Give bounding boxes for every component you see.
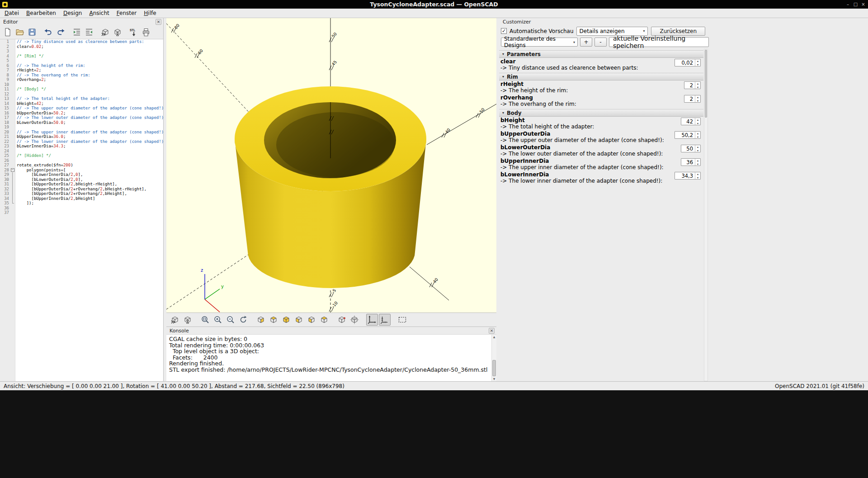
spinner-up-icon[interactable]: ▴ bbox=[695, 59, 700, 63]
view-front-button[interactable] bbox=[306, 314, 317, 326]
spinner-up-icon[interactable]: ▴ bbox=[695, 145, 700, 149]
add-preset-button[interactable]: + bbox=[580, 38, 592, 47]
view-bottom-button[interactable] bbox=[280, 314, 292, 326]
scroll-down-icon[interactable]: ▼ bbox=[492, 377, 496, 381]
preview-button[interactable] bbox=[169, 314, 181, 326]
group-header-body[interactable]: ▾Body bbox=[499, 109, 703, 117]
menu-bearbeiten[interactable]: Bearbeiten bbox=[23, 9, 60, 17]
export-stl-button[interactable]: STL bbox=[128, 26, 140, 38]
customizer-scroll-thumb[interactable] bbox=[705, 50, 707, 118]
spinner-arrows[interactable]: ▴▾ bbox=[695, 59, 700, 66]
bLowerInnerDia-input[interactable]: 34,3▴▾ bbox=[675, 172, 701, 180]
zoom-all-button[interactable] bbox=[199, 314, 211, 326]
details-dropdown[interactable]: Details anzeigen ▾ bbox=[576, 27, 648, 36]
view-left-button[interactable] bbox=[293, 314, 305, 326]
view-diagonal-button[interactable] bbox=[336, 314, 348, 326]
preview-icon bbox=[170, 315, 179, 324]
console-output[interactable]: CGAL cache size in bytes: 0Total renderi… bbox=[166, 334, 496, 381]
show-scale-markers-button[interactable] bbox=[379, 314, 391, 326]
open-button[interactable] bbox=[14, 26, 26, 38]
spinner-up-icon[interactable]: ▴ bbox=[695, 172, 700, 176]
spinner-down-icon[interactable]: ▾ bbox=[695, 162, 700, 166]
menu-design[interactable]: Design bbox=[60, 9, 85, 17]
spinner-up-icon[interactable]: ▴ bbox=[695, 159, 700, 162]
render-button[interactable] bbox=[112, 26, 123, 38]
menu-ansicht[interactable]: Ansicht bbox=[85, 9, 113, 17]
spinner-up-icon[interactable]: ▴ bbox=[695, 82, 700, 85]
spinner-down-icon[interactable]: ▾ bbox=[695, 122, 700, 125]
bUpperInnerDia-input[interactable]: 36▴▾ bbox=[681, 158, 701, 166]
new-button[interactable] bbox=[2, 26, 14, 38]
gizmo-x-label: x bbox=[221, 312, 224, 312]
code-editor[interactable]: 1234567891011121314151617181920212223242… bbox=[0, 39, 163, 381]
group-header-parameters[interactable]: ▾Parameters bbox=[499, 50, 703, 58]
export-stl-icon: STL bbox=[129, 28, 138, 37]
auto-preview-checkbox[interactable]: ✓ bbox=[501, 28, 507, 34]
bLowerOuterDia-input[interactable]: 50▴▾ bbox=[681, 145, 701, 152]
spinner-down-icon[interactable]: ▾ bbox=[695, 63, 700, 66]
menu-hilfe[interactable]: Hilfe bbox=[140, 9, 160, 17]
code-line: // -> The total height of the adapter: bbox=[17, 96, 163, 101]
render-button[interactable] bbox=[182, 314, 193, 326]
preview-button[interactable] bbox=[99, 26, 111, 38]
spinner-down-icon[interactable]: ▾ bbox=[695, 99, 700, 103]
rOverhang-input[interactable]: 2▴▾ bbox=[684, 95, 701, 103]
indent-button[interactable] bbox=[71, 26, 83, 38]
save-button[interactable] bbox=[26, 26, 38, 38]
customizer-scrollbar[interactable] bbox=[704, 49, 708, 381]
3d-viewport[interactable]: 80605045404050-5-10 x y z bbox=[166, 18, 496, 312]
unindent-button[interactable] bbox=[83, 26, 95, 38]
scroll-up-icon[interactable]: ▲ bbox=[492, 335, 496, 339]
spinner-arrows[interactable]: ▴▾ bbox=[695, 95, 700, 102]
reset-button[interactable]: Zurücksetzen bbox=[651, 27, 705, 36]
spinner-down-icon[interactable]: ▾ bbox=[695, 176, 700, 180]
print-button[interactable] bbox=[140, 26, 152, 38]
clear-input[interactable]: 0,02▴▾ bbox=[675, 59, 701, 66]
zoom-in-button[interactable] bbox=[212, 314, 224, 326]
gutter-row: 35 bbox=[0, 201, 15, 206]
view-center-button[interactable] bbox=[349, 314, 360, 326]
minimize-button[interactable]: – bbox=[844, 0, 852, 9]
spinner-arrows[interactable]: ▴▾ bbox=[695, 159, 700, 166]
close-button[interactable]: × bbox=[859, 0, 867, 9]
spinner-arrows[interactable]: ▴▾ bbox=[695, 145, 700, 152]
remove-preset-button[interactable]: - bbox=[594, 38, 607, 47]
maximize-button[interactable]: □ bbox=[852, 0, 859, 9]
console-scrollbar[interactable]: ▲ ▼ bbox=[491, 335, 496, 381]
spinner-up-icon[interactable]: ▴ bbox=[695, 132, 700, 135]
spinner-arrows[interactable]: ▴▾ bbox=[695, 118, 700, 125]
reset-view-button[interactable] bbox=[237, 314, 249, 326]
spinner-down-icon[interactable]: ▾ bbox=[695, 85, 700, 89]
rHeight-input[interactable]: 2▴▾ bbox=[684, 81, 701, 89]
spinner-up-icon[interactable]: ▴ bbox=[695, 118, 700, 122]
editor-close-icon[interactable]: × bbox=[156, 19, 161, 25]
redo-button[interactable] bbox=[55, 26, 66, 38]
spinner-arrows[interactable]: ▴▾ bbox=[695, 132, 700, 138]
view-back-button[interactable] bbox=[318, 314, 330, 326]
view-right-button[interactable] bbox=[255, 314, 267, 326]
group-header-rim[interactable]: ▾Rim bbox=[499, 73, 703, 80]
save-preset-button[interactable]: aktuelle Voreinstellung speichern bbox=[609, 37, 709, 47]
zoom-out-button[interactable] bbox=[225, 314, 236, 326]
show-axes-button[interactable] bbox=[366, 314, 378, 326]
menu-datei[interactable]: Datei bbox=[1, 9, 23, 17]
preset-dropdown[interactable]: Standardwerte des Designs ▾ bbox=[501, 38, 578, 47]
spinner-arrows[interactable]: ▴▾ bbox=[695, 82, 700, 89]
view-all-button[interactable] bbox=[396, 314, 408, 326]
menu-fenster[interactable]: Fenster bbox=[113, 9, 141, 17]
fold-column: − bbox=[10, 168, 15, 173]
console-close-icon[interactable]: × bbox=[489, 328, 495, 334]
gutter-row: 21 bbox=[0, 134, 15, 139]
spinner-down-icon[interactable]: ▾ bbox=[695, 135, 700, 139]
spinner-arrows[interactable]: ▴▾ bbox=[695, 172, 700, 179]
undo-button[interactable] bbox=[42, 26, 54, 38]
fold-marker-icon[interactable]: − bbox=[11, 168, 14, 172]
param-value: 42 bbox=[681, 118, 695, 125]
bHeight-input[interactable]: 42▴▾ bbox=[681, 118, 701, 125]
console-scroll-thumb[interactable] bbox=[492, 360, 496, 376]
code-line: bLowerInnerDia=34.3; bbox=[17, 144, 163, 149]
view-top-button[interactable] bbox=[268, 314, 279, 326]
spinner-down-icon[interactable]: ▾ bbox=[695, 149, 700, 152]
spinner-up-icon[interactable]: ▴ bbox=[695, 95, 700, 99]
bUpperOuterDia-input[interactable]: 50,2▴▾ bbox=[675, 131, 701, 139]
